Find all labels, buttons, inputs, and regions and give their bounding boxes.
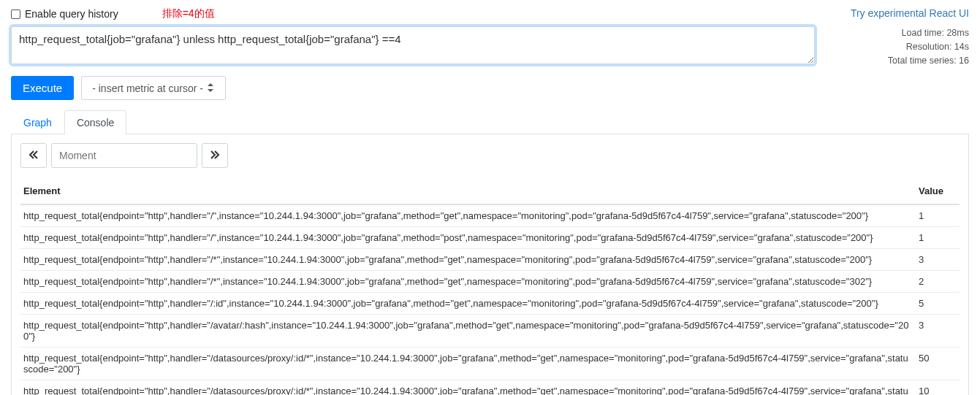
execute-button[interactable]: Execute [11,76,74,100]
stat-resolution: Resolution: 14s [888,40,969,54]
tab-console[interactable]: Console [64,110,126,134]
stat-load-time: Load time: 28ms [888,26,969,40]
results-table: Element Value http_request_total{endpoin… [20,180,960,395]
cell-element: http_request_total{endpoint="http",handl… [20,204,916,227]
query-stats: Load time: 28ms Resolution: 14s Total ti… [888,26,969,67]
cell-element: http_request_total{endpoint="http",handl… [20,380,916,395]
table-row: http_request_total{endpoint="http",handl… [20,271,960,293]
checkbox-icon [11,9,20,19]
metric-select-dropdown[interactable]: - insert metric at cursor - [81,76,226,100]
table-row: http_request_total{endpoint="http",handl… [20,249,960,271]
query-row: Load time: 28ms Resolution: 14s Total ti… [11,26,969,67]
top-row: Enable query history 排除=4的值 Try experime… [11,7,969,20]
double-chevron-left-icon [29,150,38,161]
cell-value: 10 [916,380,960,395]
enable-history-label: Enable query history [25,8,118,20]
moment-next-button[interactable] [202,143,228,168]
metric-select-placeholder: - insert metric at cursor - [92,83,203,94]
annotation-text: 排除=4的值 [162,7,215,20]
table-row: http_request_total{endpoint="http",handl… [20,227,960,249]
cell-value: 1 [916,227,960,249]
controls-row: Execute - insert metric at cursor - [11,76,969,100]
console-panel: Element Value http_request_total{endpoin… [11,134,969,395]
cell-element: http_request_total{endpoint="http",handl… [20,293,916,315]
query-expression-input[interactable] [11,26,815,64]
cell-value: 50 [916,348,960,380]
moment-controls [20,143,960,168]
cell-element: http_request_total{endpoint="http",handl… [20,271,916,293]
table-row: http_request_total{endpoint="http",handl… [20,348,960,380]
cell-value: 3 [916,315,960,348]
stat-total-series: Total time series: 16 [888,54,969,68]
cell-element: http_request_total{endpoint="http",handl… [20,315,916,348]
header-element: Element [20,180,916,204]
top-left-group: Enable query history 排除=4的值 [11,7,215,20]
cell-value: 1 [916,204,960,227]
cell-element: http_request_total{endpoint="http",handl… [20,249,916,271]
header-value: Value [916,180,960,204]
cell-element: http_request_total{endpoint="http",handl… [20,348,916,380]
moment-input[interactable] [51,143,197,168]
enable-history-checkbox-wrap[interactable]: Enable query history [11,8,118,20]
table-row: http_request_total{endpoint="http",handl… [20,293,960,315]
tab-graph[interactable]: Graph [11,110,64,134]
react-ui-link[interactable]: Try experimental React UI [851,7,969,19]
moment-prev-button[interactable] [20,143,47,168]
table-header-row: Element Value [20,180,960,204]
cell-value: 2 [916,271,960,293]
table-row: http_request_total{endpoint="http",handl… [20,380,960,395]
cell-value: 3 [916,249,960,271]
table-row: http_request_total{endpoint="http",handl… [20,204,960,227]
table-row: http_request_total{endpoint="http",handl… [20,315,960,348]
cell-element: http_request_total{endpoint="http",handl… [20,227,916,249]
cell-value: 5 [916,293,960,315]
tabs: Graph Console [11,110,969,134]
double-chevron-right-icon [210,150,219,161]
